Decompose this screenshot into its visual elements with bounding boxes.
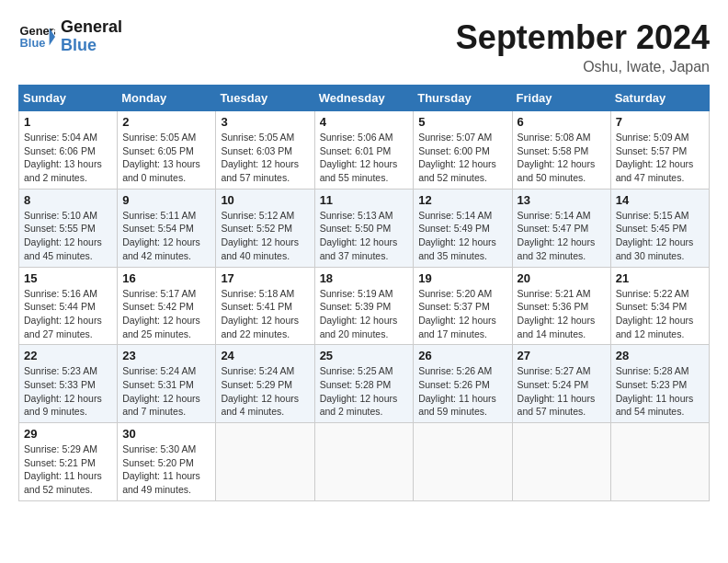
day-number: 4 (320, 115, 409, 129)
day-info: Sunrise: 5:14 AMSunset: 5:49 PMDaylight:… (418, 209, 506, 263)
day-info: Sunrise: 5:30 AMSunset: 5:20 PMDaylight:… (122, 442, 210, 497)
day-info: Sunrise: 5:21 AMSunset: 5:36 PMDaylight:… (518, 287, 606, 341)
day-number: 26 (418, 349, 506, 362)
day-info: Sunrise: 5:27 AMSunset: 5:24 PMDaylight:… (518, 364, 606, 419)
day-number: 11 (320, 193, 409, 207)
day-info: Sunrise: 5:29 AMSunset: 5:21 PMDaylight:… (24, 442, 112, 497)
calendar-cell: 6Sunrise: 5:08 AMSunset: 5:58 PMDaylight… (512, 111, 610, 190)
day-number: 13 (518, 193, 606, 207)
calendar-week-row: 15Sunrise: 5:16 AMSunset: 5:44 PMDayligh… (19, 267, 710, 345)
calendar-cell: 17Sunrise: 5:18 AMSunset: 5:41 PMDayligh… (216, 267, 314, 345)
calendar-cell: 11Sunrise: 5:13 AMSunset: 5:50 PMDayligh… (314, 189, 414, 267)
day-number: 30 (122, 427, 210, 441)
day-number: 23 (122, 349, 210, 362)
calendar-cell: 9Sunrise: 5:11 AMSunset: 5:54 PMDaylight… (118, 189, 216, 267)
day-header-friday: Friday (512, 86, 610, 111)
day-info: Sunrise: 5:28 AMSunset: 5:23 PMDaylight:… (616, 364, 704, 419)
day-number: 9 (122, 193, 210, 207)
day-info: Sunrise: 5:05 AMSunset: 6:05 PMDaylight:… (122, 131, 210, 185)
day-info: Sunrise: 5:20 AMSunset: 5:37 PMDaylight:… (418, 287, 506, 341)
calendar-cell: 1Sunrise: 5:04 AMSunset: 6:06 PMDaylight… (19, 111, 118, 190)
page-header: General Blue General Blue September 2024… (18, 18, 710, 75)
calendar-cell: 25Sunrise: 5:25 AMSunset: 5:28 PMDayligh… (314, 345, 414, 423)
day-number: 12 (418, 193, 506, 207)
day-info: Sunrise: 5:12 AMSunset: 5:52 PMDaylight:… (221, 209, 309, 263)
day-header-thursday: Thursday (414, 86, 512, 111)
day-number: 6 (518, 115, 606, 129)
day-header-wednesday: Wednesday (314, 86, 414, 111)
day-header-saturday: Saturday (610, 86, 709, 111)
title-block: September 2024 Oshu, Iwate, Japan (456, 18, 710, 75)
day-number: 17 (221, 271, 309, 285)
day-info: Sunrise: 5:08 AMSunset: 5:58 PMDaylight:… (518, 131, 606, 185)
logo-text-general: General (61, 17, 122, 36)
day-number: 15 (24, 271, 112, 285)
calendar-cell: 2Sunrise: 5:05 AMSunset: 6:05 PMDaylight… (118, 111, 216, 190)
calendar-cell: 21Sunrise: 5:22 AMSunset: 5:34 PMDayligh… (610, 267, 709, 345)
day-number: 1 (24, 115, 112, 129)
day-info: Sunrise: 5:25 AMSunset: 5:28 PMDaylight:… (320, 364, 409, 419)
calendar-week-row: 22Sunrise: 5:23 AMSunset: 5:33 PMDayligh… (19, 345, 710, 423)
calendar-cell: 13Sunrise: 5:14 AMSunset: 5:47 PMDayligh… (512, 189, 610, 267)
calendar-cell: 12Sunrise: 5:14 AMSunset: 5:49 PMDayligh… (414, 189, 512, 267)
day-number: 10 (221, 193, 309, 207)
calendar-cell: 14Sunrise: 5:15 AMSunset: 5:45 PMDayligh… (610, 189, 709, 267)
day-info: Sunrise: 5:22 AMSunset: 5:34 PMDaylight:… (616, 287, 704, 341)
day-info: Sunrise: 5:07 AMSunset: 6:00 PMDaylight:… (418, 131, 506, 185)
calendar-week-row: 8Sunrise: 5:10 AMSunset: 5:55 PMDaylight… (19, 189, 710, 267)
calendar-cell (414, 423, 512, 501)
calendar-cell: 18Sunrise: 5:19 AMSunset: 5:39 PMDayligh… (314, 267, 414, 345)
day-number: 3 (221, 115, 309, 129)
calendar-cell (314, 423, 414, 501)
location-subtitle: Oshu, Iwate, Japan (456, 59, 710, 75)
calendar-cell: 24Sunrise: 5:24 AMSunset: 5:29 PMDayligh… (216, 345, 314, 423)
day-info: Sunrise: 5:24 AMSunset: 5:29 PMDaylight:… (221, 364, 309, 419)
calendar-body: 1Sunrise: 5:04 AMSunset: 6:06 PMDaylight… (19, 111, 710, 501)
calendar-cell: 3Sunrise: 5:05 AMSunset: 6:03 PMDaylight… (216, 111, 314, 190)
calendar-cell: 27Sunrise: 5:27 AMSunset: 5:24 PMDayligh… (512, 345, 610, 423)
logo-icon: General Blue (18, 22, 55, 52)
day-info: Sunrise: 5:18 AMSunset: 5:41 PMDaylight:… (221, 287, 309, 341)
calendar-cell: 10Sunrise: 5:12 AMSunset: 5:52 PMDayligh… (216, 189, 314, 267)
calendar-header-row: SundayMondayTuesdayWednesdayThursdayFrid… (19, 86, 710, 111)
calendar-cell: 5Sunrise: 5:07 AMSunset: 6:00 PMDaylight… (414, 111, 512, 190)
calendar-cell: 29Sunrise: 5:29 AMSunset: 5:21 PMDayligh… (19, 423, 118, 501)
day-number: 21 (616, 271, 704, 285)
calendar-cell: 30Sunrise: 5:30 AMSunset: 5:20 PMDayligh… (118, 423, 216, 501)
calendar-cell: 28Sunrise: 5:28 AMSunset: 5:23 PMDayligh… (610, 345, 709, 423)
day-number: 25 (320, 349, 409, 362)
day-number: 16 (122, 271, 210, 285)
calendar-week-row: 1Sunrise: 5:04 AMSunset: 6:06 PMDaylight… (19, 111, 710, 190)
calendar-cell: 16Sunrise: 5:17 AMSunset: 5:42 PMDayligh… (118, 267, 216, 345)
calendar-cell: 23Sunrise: 5:24 AMSunset: 5:31 PMDayligh… (118, 345, 216, 423)
calendar-cell: 20Sunrise: 5:21 AMSunset: 5:36 PMDayligh… (512, 267, 610, 345)
calendar-table: SundayMondayTuesdayWednesdayThursdayFrid… (18, 85, 710, 501)
day-info: Sunrise: 5:17 AMSunset: 5:42 PMDaylight:… (122, 287, 210, 341)
day-number: 24 (221, 349, 309, 362)
day-number: 19 (418, 271, 506, 285)
calendar-cell: 7Sunrise: 5:09 AMSunset: 5:57 PMDaylight… (610, 111, 709, 190)
month-title: September 2024 (456, 18, 710, 57)
day-info: Sunrise: 5:05 AMSunset: 6:03 PMDaylight:… (221, 131, 309, 185)
calendar-cell (610, 423, 709, 501)
calendar-cell (512, 423, 610, 501)
calendar-cell: 8Sunrise: 5:10 AMSunset: 5:55 PMDaylight… (19, 189, 118, 267)
calendar-cell: 22Sunrise: 5:23 AMSunset: 5:33 PMDayligh… (19, 345, 118, 423)
day-info: Sunrise: 5:19 AMSunset: 5:39 PMDaylight:… (320, 287, 409, 341)
calendar-cell: 19Sunrise: 5:20 AMSunset: 5:37 PMDayligh… (414, 267, 512, 345)
calendar-week-row: 29Sunrise: 5:29 AMSunset: 5:21 PMDayligh… (19, 423, 710, 501)
day-info: Sunrise: 5:23 AMSunset: 5:33 PMDaylight:… (24, 364, 112, 419)
day-number: 29 (24, 427, 112, 441)
logo-text-blue: Blue (61, 36, 97, 54)
calendar-cell: 15Sunrise: 5:16 AMSunset: 5:44 PMDayligh… (19, 267, 118, 345)
day-info: Sunrise: 5:14 AMSunset: 5:47 PMDaylight:… (518, 209, 606, 263)
day-info: Sunrise: 5:04 AMSunset: 6:06 PMDaylight:… (24, 131, 112, 185)
day-number: 27 (518, 349, 606, 362)
day-info: Sunrise: 5:10 AMSunset: 5:55 PMDaylight:… (24, 209, 112, 263)
day-info: Sunrise: 5:24 AMSunset: 5:31 PMDaylight:… (122, 364, 210, 419)
day-info: Sunrise: 5:16 AMSunset: 5:44 PMDaylight:… (24, 287, 112, 341)
day-number: 7 (616, 115, 704, 129)
day-header-monday: Monday (118, 86, 216, 111)
day-number: 22 (24, 349, 112, 362)
calendar-cell: 26Sunrise: 5:26 AMSunset: 5:26 PMDayligh… (414, 345, 512, 423)
